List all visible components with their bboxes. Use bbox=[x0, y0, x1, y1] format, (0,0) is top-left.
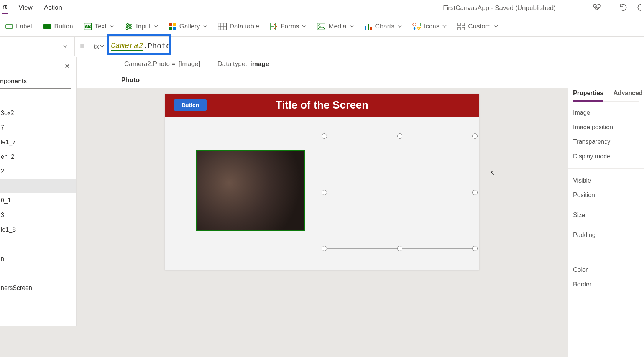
resize-handle[interactable] bbox=[397, 246, 402, 251]
tree-item-label: 3ox2 bbox=[1, 110, 14, 117]
gallery-menu-text: Gallery bbox=[179, 23, 200, 30]
tab-properties[interactable]: Properties bbox=[573, 87, 603, 102]
svg-rect-26 bbox=[368, 24, 369, 30]
tree-search-input[interactable] bbox=[0, 88, 71, 101]
tree-item-label: le1_7 bbox=[1, 139, 16, 146]
resize-handle[interactable] bbox=[472, 246, 478, 251]
menu-insert[interactable]: rt bbox=[2, 2, 8, 14]
svg-rect-10 bbox=[169, 23, 172, 26]
undo-icon[interactable] bbox=[619, 3, 628, 13]
svg-point-24 bbox=[319, 25, 320, 26]
svg-rect-31 bbox=[458, 23, 460, 26]
menu-view[interactable]: View bbox=[18, 2, 33, 14]
property-row[interactable]: Transparency bbox=[573, 135, 639, 149]
separator bbox=[568, 258, 644, 258]
equals-sign: = bbox=[75, 42, 90, 51]
property-row[interactable]: Visible bbox=[573, 173, 639, 188]
data-table-button[interactable]: Data table bbox=[218, 23, 260, 30]
text-menu-text: Text bbox=[95, 23, 107, 30]
menu-bar: rt View Action FirstCanvasApp - Saved (U… bbox=[0, 0, 644, 16]
resize-handle[interactable] bbox=[397, 133, 402, 139]
property-row[interactable]: Border bbox=[573, 277, 639, 292]
tree-item[interactable] bbox=[0, 266, 76, 281]
button-button[interactable]: Button bbox=[43, 23, 73, 30]
resize-handle[interactable] bbox=[472, 190, 478, 195]
custom-menu[interactable]: Custom bbox=[457, 23, 498, 30]
property-row[interactable]: Color bbox=[573, 263, 639, 277]
button-button-text: Button bbox=[54, 23, 73, 30]
fx-label[interactable]: fx bbox=[90, 42, 108, 51]
fx-text: fx bbox=[94, 42, 99, 51]
property-dropdown[interactable] bbox=[0, 37, 75, 56]
formula-token-property: Photo bbox=[148, 42, 171, 51]
tree-item-label: 2 bbox=[1, 168, 4, 175]
chevron-down-icon bbox=[63, 44, 67, 48]
close-icon[interactable]: ✕ bbox=[64, 62, 70, 71]
tab-advanced[interactable]: Advanced bbox=[613, 87, 642, 101]
camera-preview-control[interactable] bbox=[196, 150, 305, 231]
tree-view-panel: ✕ nponents 3ox2 7 le1_7 en_2 2 ··· 0_1 3… bbox=[0, 57, 77, 326]
property-row[interactable]: Image position bbox=[573, 120, 639, 135]
tree-item-label: en_2 bbox=[1, 153, 15, 160]
property-row[interactable]: Padding bbox=[573, 228, 639, 242]
property-row[interactable]: Image bbox=[573, 105, 639, 120]
datatype-label: Data type: bbox=[217, 60, 247, 68]
tree-item[interactable]: le1_8 bbox=[0, 222, 76, 237]
document-title: FirstCanvasApp - Saved (Unpublished) bbox=[443, 4, 556, 12]
chevron-down-icon bbox=[154, 24, 158, 28]
more-icon[interactable]: ··· bbox=[61, 183, 68, 189]
media-menu[interactable]: Media bbox=[317, 23, 353, 30]
tree-item[interactable]: n bbox=[0, 252, 76, 266]
screen-canvas[interactable]: Button Title of the Screen bbox=[165, 94, 479, 270]
tree-item[interactable]: 7 bbox=[0, 120, 76, 135]
tree-item[interactable]: 0_1 bbox=[0, 193, 76, 208]
formula-result-lhs: Camera2.Photo = bbox=[124, 60, 176, 68]
svg-rect-1 bbox=[43, 24, 51, 29]
resize-handle[interactable] bbox=[322, 246, 327, 251]
svg-point-7 bbox=[127, 23, 128, 25]
tree-item[interactable] bbox=[0, 237, 76, 252]
label-button[interactable]: Label bbox=[5, 23, 32, 30]
menu-action[interactable]: Action bbox=[43, 2, 63, 14]
forms-menu[interactable]: Forms bbox=[270, 23, 306, 30]
chevron-down-icon bbox=[100, 44, 104, 48]
canvas-area[interactable]: Button Title of the Screen bbox=[84, 88, 560, 357]
gallery-menu[interactable]: Gallery bbox=[169, 23, 207, 30]
formula-token-dot: . bbox=[143, 42, 148, 51]
text-menu[interactable]: Abc Text bbox=[84, 23, 114, 30]
tree-item[interactable]: en_2 bbox=[0, 150, 76, 164]
formula-input[interactable]: Camera2.Photo bbox=[108, 37, 644, 56]
tree-list: 3ox2 7 le1_7 en_2 2 ··· 0_1 3 le1_8 n ne… bbox=[0, 106, 76, 326]
charts-menu[interactable]: Charts bbox=[365, 23, 402, 30]
svg-rect-32 bbox=[462, 23, 465, 26]
tree-item[interactable]: le1_7 bbox=[0, 135, 76, 150]
workspace: ✕ nponents 3ox2 7 le1_7 en_2 2 ··· 0_1 3… bbox=[0, 88, 644, 357]
tree-item[interactable]: nersScreen bbox=[0, 281, 76, 295]
svg-text:Abc: Abc bbox=[85, 25, 92, 29]
property-row[interactable]: Size bbox=[573, 208, 639, 222]
input-menu-text: Input bbox=[136, 23, 151, 30]
tree-item[interactable]: 3 bbox=[0, 208, 76, 222]
resize-handle[interactable] bbox=[472, 133, 478, 139]
resize-handle[interactable] bbox=[322, 190, 327, 195]
tree-item[interactable]: 2 bbox=[0, 164, 76, 179]
property-row[interactable]: Display mode bbox=[573, 149, 639, 164]
tree-item[interactable]: 3ox2 bbox=[0, 106, 76, 120]
svg-rect-11 bbox=[173, 23, 176, 26]
svg-rect-33 bbox=[458, 27, 460, 30]
health-icon[interactable] bbox=[592, 3, 601, 13]
property-row[interactable]: Position bbox=[573, 188, 639, 202]
selected-control-outline[interactable] bbox=[324, 136, 475, 249]
chevron-down-icon bbox=[110, 24, 114, 28]
redo-icon[interactable] bbox=[636, 3, 641, 13]
canvas-button-control[interactable]: Button bbox=[174, 99, 207, 111]
input-menu[interactable]: Input bbox=[125, 23, 158, 30]
tree-item-label: 7 bbox=[1, 124, 4, 131]
svg-rect-29 bbox=[417, 23, 420, 26]
label-button-text: Label bbox=[16, 23, 32, 30]
icons-menu[interactable]: + Icons bbox=[412, 23, 447, 30]
resize-handle[interactable] bbox=[322, 133, 327, 139]
screen-title-label[interactable]: Title of the Screen bbox=[165, 99, 479, 111]
tree-item-selected[interactable]: ··· bbox=[0, 179, 76, 193]
tree-section-label: nponents bbox=[0, 77, 76, 85]
